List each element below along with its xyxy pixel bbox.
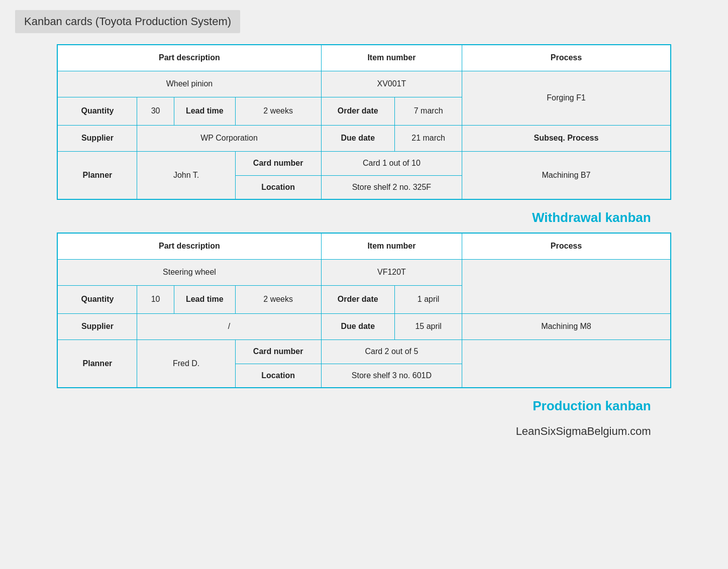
card2-supplier-value: /: [137, 313, 321, 339]
card2-part-desc-value: Steering wheel: [57, 259, 321, 285]
page-title: Kanban cards (Toyota Production System): [15, 10, 240, 33]
card1-part-desc-header: Part description: [57, 45, 321, 71]
card2-part-desc-header: Part description: [57, 233, 321, 259]
card1-planner-label: Planner: [57, 151, 137, 199]
withdrawal-label: Withdrawal kanban: [57, 205, 671, 233]
card1-due-date-value: 21 march: [395, 125, 462, 151]
card1-item-number-header: Item number: [321, 45, 462, 71]
card1-quantity-value: 30: [137, 97, 174, 125]
card2-due-date-label: Due date: [321, 313, 394, 339]
card1-order-date-value: 7 march: [395, 97, 462, 125]
card1-due-date-label: Due date: [321, 125, 394, 151]
card2-card-number-value: Card 2 out of 5: [321, 339, 462, 364]
card1-planner-value: John T.: [137, 151, 235, 199]
card2-quantity-value: 10: [137, 285, 174, 313]
card1-quantity-label: Quantity: [57, 97, 137, 125]
card1-supplier-label: Supplier: [57, 125, 137, 151]
card1-part-desc-value: Wheel pinion: [57, 71, 321, 97]
card1-location-label: Location: [235, 175, 321, 199]
card1-order-date-label: Order date: [321, 97, 394, 125]
card2-process-header: Process: [462, 233, 671, 259]
card1-card-number-value: Card 1 out of 10: [321, 151, 462, 175]
footer-text: LeanSixSigmaBelgium.com: [57, 421, 671, 438]
card2-location-label: Location: [235, 364, 321, 388]
card2-card-number-label: Card number: [235, 339, 321, 364]
card1-supplier-value: WP Corporation: [137, 125, 321, 151]
card2-quantity-label: Quantity: [57, 285, 137, 313]
card1-process-header: Process: [462, 45, 671, 71]
card2-process-empty: [462, 259, 671, 313]
card2-location-value: Store shelf 3 no. 601D: [321, 364, 462, 388]
card2-lead-time-label: Lead time: [174, 285, 235, 313]
card2-item-number-header: Item number: [321, 233, 462, 259]
card2-lead-time-value: 2 weeks: [235, 285, 321, 313]
card2-item-number-value: VF120T: [321, 259, 462, 285]
card2-planner-value: Fred D.: [137, 339, 235, 388]
card1-location-value: Store shelf 2 no. 325F: [321, 175, 462, 199]
card1-process1-value: Forging F1: [462, 71, 671, 125]
card1-card-number-label: Card number: [235, 151, 321, 175]
card1-lead-time-value: 2 weeks: [235, 97, 321, 125]
production-label: Production kanban: [57, 393, 671, 421]
card1-subseq-process-label: Subseq. Process: [462, 125, 671, 151]
card2-process2-empty: [462, 339, 671, 388]
card2-supplier-label: Supplier: [57, 313, 137, 339]
card1-lead-time-label: Lead time: [174, 97, 235, 125]
card1-item-number-value: XV001T: [321, 71, 462, 97]
card1-process2-value: Machining B7: [462, 151, 671, 199]
card2-planner-label: Planner: [57, 339, 137, 388]
card2-order-date-label: Order date: [321, 285, 394, 313]
kanban-card-2: Part description Item number Process Ste…: [57, 233, 671, 388]
kanban-card-1: Part description Item number Process Whe…: [57, 44, 671, 200]
card2-process-value: Machining M8: [462, 313, 671, 339]
card2-order-date-value: 1 april: [395, 285, 462, 313]
card2-due-date-value: 15 april: [395, 313, 462, 339]
